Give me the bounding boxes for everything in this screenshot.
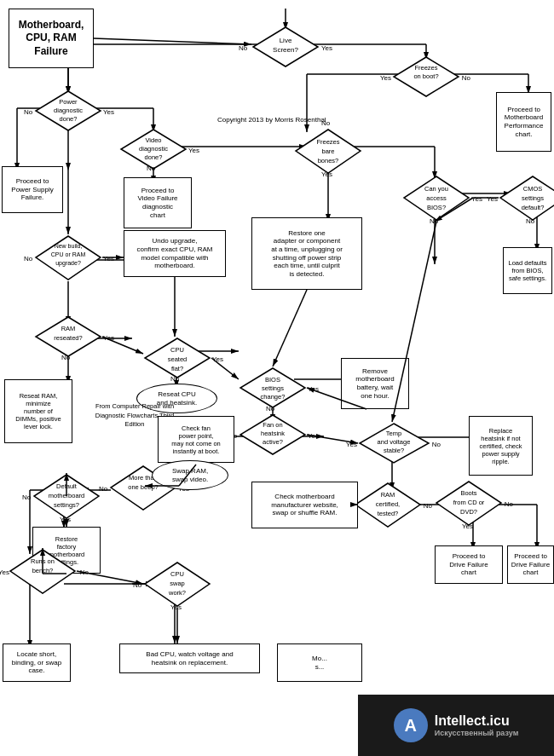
temp-no: No xyxy=(432,441,441,448)
svg-text:diagnostic: diagnostic xyxy=(139,145,168,153)
svg-text:CPU: CPU xyxy=(170,570,184,578)
live-screen-diamond: Live Screen? No Yes xyxy=(251,26,320,68)
ram-reseated-diamond: RAM reseated? Yes No xyxy=(34,315,102,358)
ram-reseated-yes: Yes xyxy=(103,334,114,342)
bad-cpu: Bad CPU, watch voltage andheatsink on re… xyxy=(119,643,260,673)
default-mb-diamond: Default motherboard settings? Yes No xyxy=(32,473,101,520)
svg-text:RAM: RAM xyxy=(381,491,395,499)
freezes-boot-yes: Yes xyxy=(380,74,391,82)
fan-heatsink-yes: Yes xyxy=(308,432,319,440)
svg-text:done?: done? xyxy=(145,153,163,161)
access-bios-diamond: Can you access BIOS? Yes No xyxy=(402,175,470,222)
svg-text:CMOS: CMOS xyxy=(523,185,543,193)
svg-text:DVD?: DVD? xyxy=(460,508,477,516)
freezes-bare-no: No xyxy=(321,119,330,127)
svg-text:Fan on: Fan on xyxy=(263,421,282,429)
svg-text:bones?: bones? xyxy=(318,157,339,164)
check-fan: Check fanpower point,may not come oninst… xyxy=(158,416,234,463)
svg-text:BIOS?: BIOS? xyxy=(427,204,446,211)
svg-text:Can you: Can you xyxy=(424,185,448,193)
svg-text:reseated?: reseated? xyxy=(54,334,82,342)
svg-text:upgrade?: upgrade? xyxy=(55,260,81,267)
cmos-no: No xyxy=(526,217,534,225)
check-mb: Check motherboardmanufacturer website,sw… xyxy=(251,482,358,528)
runs-bench-yes: Yes xyxy=(0,568,9,576)
svg-text:access: access xyxy=(426,194,447,202)
svg-line-124 xyxy=(94,38,251,44)
power-supply-fail: Proceed toPower SupplyFailure. xyxy=(2,166,63,213)
freezes-bare-diamond: Freezes bare bones? Yes No xyxy=(294,128,362,175)
watermark-icon: A xyxy=(394,708,428,742)
svg-text:Screen?: Screen? xyxy=(273,46,298,54)
boots-cd-diamond: Boots from CD or DVD? Yes No xyxy=(435,480,503,527)
freezes-boot-no: No xyxy=(462,74,470,82)
ram-certified-diamond: RAM certified, tested? Yes No xyxy=(354,482,422,528)
svg-text:stable?: stable? xyxy=(384,447,404,454)
title-block: Motherboard,CPU, RAMFailure xyxy=(9,9,94,68)
svg-text:bench?: bench? xyxy=(32,567,54,574)
watermark: A Intellect.icu Искусственный разум xyxy=(358,695,554,756)
svg-text:BIOS: BIOS xyxy=(265,376,280,384)
svg-text:CPU: CPU xyxy=(170,346,184,354)
runs-bench-no: No xyxy=(80,568,89,576)
svg-text:Power: Power xyxy=(59,98,78,106)
svg-text:Freezes: Freezes xyxy=(414,64,437,72)
more-proceed: Mo...s... xyxy=(277,643,362,682)
svg-text:heatsink: heatsink xyxy=(261,430,285,437)
video-diag-yes: Yes xyxy=(188,147,199,154)
boots-cd-yes: Yes xyxy=(462,522,473,530)
cpu-seated-no: No xyxy=(170,375,179,383)
proceed-drive-2: Proceed toDrive Failurechart xyxy=(507,545,554,584)
access-bios-no: No xyxy=(430,217,438,225)
svg-text:done?: done? xyxy=(60,115,78,123)
svg-text:on boot?: on boot? xyxy=(413,72,438,80)
cpu-seated-diamond: CPU seated flat? Yes No xyxy=(143,337,211,379)
temp-voltage-diamond: Temp and voltage stable? Yes No xyxy=(358,422,430,465)
cmos-default-diamond: CMOS settings default? Yes No xyxy=(499,175,554,222)
svg-text:Freezes: Freezes xyxy=(316,138,339,146)
live-screen-no-label: No xyxy=(239,44,247,52)
svg-text:bare: bare xyxy=(321,147,334,155)
svg-text:RAM: RAM xyxy=(61,325,76,332)
svg-text:swap: swap xyxy=(170,580,185,587)
svg-text:Runs on: Runs on xyxy=(31,557,55,565)
svg-text:from CD or: from CD or xyxy=(453,499,485,506)
power-diag-diamond: Power diagnostic done? No Yes xyxy=(34,89,102,132)
live-screen-yes-label: Yes xyxy=(321,44,332,52)
watermark-text: Intellect.icu Искусственный разум xyxy=(435,713,519,737)
freezes-boot-diamond: Freezes on boot? Yes No xyxy=(392,55,460,98)
cmos-yes: Yes xyxy=(487,195,498,203)
default-mb-yes: Yes xyxy=(60,516,71,523)
cpu-swap-diamond: CPU swap work? Yes No xyxy=(143,561,211,608)
temp-yes: Yes xyxy=(346,441,357,448)
flowchart-container: Motherboard,CPU, RAMFailure Live Screen?… xyxy=(0,0,554,756)
cpu-swap-yes: Yes xyxy=(170,603,182,611)
reseat-ram: Reseat RAM,minimizenumber ofDIMMs, posit… xyxy=(4,379,72,443)
remove-battery: Removemotherboardbattery, waitone hour. xyxy=(341,358,409,409)
svg-text:active?: active? xyxy=(263,438,283,446)
locate-short: Locate short,binding, or swapcase. xyxy=(3,643,71,682)
default-mb-no: No xyxy=(22,493,31,501)
watermark-logo: A Intellect.icu Искусственный разум xyxy=(394,708,519,742)
svg-line-130 xyxy=(273,290,307,366)
svg-text:change?: change? xyxy=(261,393,286,401)
svg-text:Boots: Boots xyxy=(460,489,476,497)
motherboard-perf: Proceed toMotherboardPerformancechart. xyxy=(496,92,551,152)
ram-reseated-no: No xyxy=(61,354,70,361)
replace-heatsink: Replaceheatsink if notcertified, checkpo… xyxy=(469,416,533,476)
svg-text:settings?: settings? xyxy=(54,501,79,509)
svg-text:one beep?: one beep? xyxy=(128,483,158,491)
swap-ram: Swap RAM,swap video. xyxy=(152,460,228,490)
new-build-yes: Yes xyxy=(103,255,114,263)
bios-change-yes: Yes xyxy=(308,385,319,393)
svg-text:New build,: New build, xyxy=(55,243,83,249)
load-defaults: Load defaultsfrom BIOS,safe settings. xyxy=(503,247,552,294)
svg-text:Live: Live xyxy=(280,37,292,44)
bios-change-diamond: BIOS settings change? No Yes xyxy=(239,366,307,409)
video-diag-diamond: Video diagnostic done? Yes No xyxy=(119,128,188,170)
svg-text:motherboard: motherboard xyxy=(49,492,85,499)
new-build-diamond: New build, CPU or RAM upgrade? No Yes xyxy=(34,234,102,281)
svg-text:tested?: tested? xyxy=(378,510,399,517)
svg-text:diagnostic: diagnostic xyxy=(54,107,83,114)
svg-text:default?: default? xyxy=(522,204,545,211)
